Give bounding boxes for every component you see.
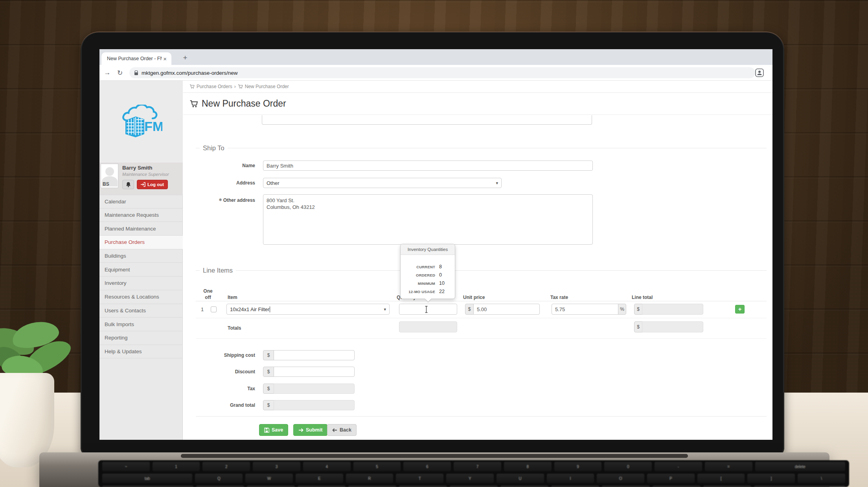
browser-tab-bar: New Purchase Order - FMX × + xyxy=(99,49,772,65)
keyboard-key: return xyxy=(754,485,845,487)
keyboard-key: O xyxy=(597,474,644,483)
laptop-keyboard: ~1234567890-=deletetabQWERTYUIOP[]\caps … xyxy=(98,460,849,487)
currency-addon: $ xyxy=(465,304,474,315)
browser-profile-icon[interactable] xyxy=(755,68,764,77)
tax-rate-input[interactable] xyxy=(552,304,618,315)
tab-close-icon[interactable]: × xyxy=(162,55,168,62)
notifications-button[interactable] xyxy=(122,180,134,189)
laptop-hinge xyxy=(181,454,688,458)
bell-icon xyxy=(126,182,131,187)
keyboard-key: A xyxy=(196,485,244,487)
submit-label: Submit xyxy=(306,427,322,433)
ship-to-legend: Ship To xyxy=(200,144,228,152)
one-off-checkbox[interactable] xyxy=(211,306,217,312)
sidebar-item-inventory[interactable]: Inventory xyxy=(99,277,183,290)
user-panel: BS Barry Smith Maintenance Supervisor Lo… xyxy=(99,162,183,195)
user-initials: BS xyxy=(103,181,109,187)
col-header-item: Item xyxy=(228,295,237,300)
keyboard-key: 6 xyxy=(403,462,451,471)
keyboard-key: W xyxy=(245,474,293,483)
item-combobox[interactable]: 10x24x1 Air Filter ▾ xyxy=(226,304,390,315)
line-items-section-divider: Line Items xyxy=(196,270,767,271)
shipping-cost-label: Shipping cost xyxy=(183,352,255,358)
logout-label: Log out xyxy=(147,182,164,187)
col-header-one-off: One off xyxy=(198,288,218,301)
keyboard-key: 0 xyxy=(604,462,652,471)
currency-addon: $ xyxy=(634,321,642,332)
back-label: Back xyxy=(340,427,351,433)
sidebar-item-equipment[interactable]: Equipment xyxy=(99,263,183,277)
line-total-total-input xyxy=(642,321,703,332)
browser-tab[interactable]: New Purchase Order - FMX × xyxy=(101,52,171,65)
footer-divider xyxy=(196,416,767,417)
cart-icon xyxy=(238,84,243,89)
currency-addon: $ xyxy=(263,350,274,360)
lock-icon xyxy=(134,70,138,76)
cart-icon xyxy=(189,84,195,89)
sidebar-item-buildings[interactable]: Buildings xyxy=(99,249,183,263)
discount-input[interactable] xyxy=(274,367,355,377)
cut-off-field[interactable] xyxy=(262,115,592,125)
add-line-item-button[interactable]: + xyxy=(735,305,745,314)
keyboard-key: 1 xyxy=(153,462,200,471)
page-title: New Purchase Order xyxy=(202,98,286,109)
logout-button[interactable]: Log out xyxy=(137,180,168,189)
row-divider xyxy=(196,318,767,318)
save-label: Save xyxy=(272,427,283,433)
sidebar-item-reporting[interactable]: Reporting xyxy=(99,331,183,345)
other-address-textarea[interactable]: 800 Yard St. Columbus, Oh 43212 xyxy=(263,194,593,245)
shipping-cost-input[interactable] xyxy=(274,350,355,360)
user-name: Barry Smith xyxy=(122,165,153,171)
line-total-input xyxy=(642,304,703,315)
breadcrumb: Purchase Orders › New Purchase Order xyxy=(183,81,772,93)
keyboard-key: F xyxy=(348,485,396,487)
sidebar-item-help-updates[interactable]: Help & Updates xyxy=(99,345,183,359)
unit-price-input[interactable] xyxy=(473,304,540,315)
sidebar-item-maintenance-requests[interactable]: Maintenance Requests xyxy=(99,208,183,222)
forward-icon[interactable]: → xyxy=(103,68,112,77)
keyboard-key: E xyxy=(296,474,343,483)
logout-icon xyxy=(141,182,145,187)
sidebar-item-planned-maintenance[interactable]: Planned Maintenance xyxy=(99,222,183,236)
totals-label: Totals xyxy=(228,325,241,331)
sidebar-menu: Calendar Maintenance Requests Planned Ma… xyxy=(99,195,183,358)
sidebar-item-purchase-orders[interactable]: Purchase Orders xyxy=(99,236,183,249)
keyboard-key: P xyxy=(647,474,695,483)
user-role: Maintenance Supervisor xyxy=(122,172,169,177)
new-tab-button[interactable]: + xyxy=(180,52,191,63)
keyboard-key: 3 xyxy=(253,462,300,471)
keyboard-key: = xyxy=(705,462,752,471)
ship-to-section-divider: Ship To xyxy=(196,148,767,148)
sidebar-item-bulk-imports[interactable]: Bulk Imports xyxy=(99,317,183,331)
user-avatar: BS xyxy=(101,164,118,188)
sidebar-item-calendar[interactable]: Calendar xyxy=(99,195,183,208)
save-button[interactable]: Save xyxy=(259,424,288,436)
breadcrumb-link-purchase-orders[interactable]: Purchase Orders xyxy=(197,84,232,89)
keyboard-key: delete xyxy=(755,462,845,471)
keyboard-key: tab xyxy=(102,474,192,483)
fmx-logo[interactable]: FMX xyxy=(99,81,183,162)
col-header-line-total: Line total xyxy=(632,295,653,300)
address-select[interactable]: Other ▾ xyxy=(263,178,502,188)
percent-addon: % xyxy=(618,304,626,315)
keyboard-key: ; xyxy=(653,485,701,487)
submit-button[interactable]: Submit xyxy=(293,424,327,436)
ship-to-name-input[interactable] xyxy=(263,160,593,171)
url-bar[interactable]: mktgen.gofmx.com/purchase-orders/new xyxy=(129,67,755,78)
item-value: 10x24x1 Air Filter xyxy=(230,306,269,312)
sidebar-item-resources-locations[interactable]: Resources & Locations xyxy=(99,290,183,304)
keyboard-key: ~ xyxy=(102,462,150,471)
keyboard-key: D xyxy=(298,485,346,487)
chevron-down-icon: ▾ xyxy=(384,307,386,312)
keyboard-key: S xyxy=(247,485,295,487)
reload-icon[interactable]: ↻ xyxy=(115,68,125,77)
sidebar-item-users-contacts[interactable]: Users & Contacts xyxy=(99,304,183,318)
laptop-base: ~1234567890-=deletetabQWERTYUIOP[]\caps … xyxy=(39,452,829,487)
back-button[interactable]: Back xyxy=(327,424,357,436)
arrow-left-icon xyxy=(332,428,337,432)
required-icon: ✱ xyxy=(219,198,222,202)
keyboard-key: I xyxy=(547,474,594,483)
currency-addon: $ xyxy=(263,400,274,410)
currency-addon: $ xyxy=(634,304,642,315)
grand-total-label: Grand total xyxy=(183,402,255,408)
